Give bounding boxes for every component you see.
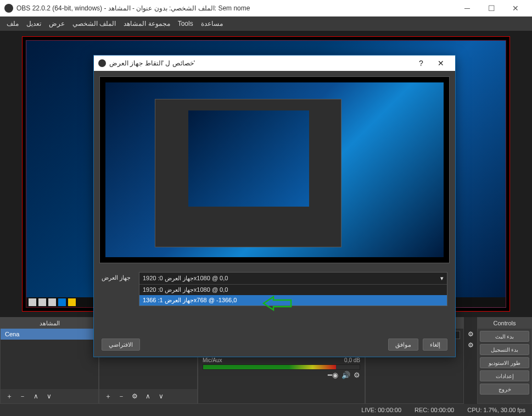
menu-file[interactable]: ملف (7, 20, 19, 27)
gear-icon[interactable]: ⚙ (468, 341, 474, 349)
controls-header: Controls (478, 318, 531, 329)
defaults-button[interactable]: الافتراضي (102, 339, 140, 351)
menu-view[interactable]: عرض (49, 20, 65, 27)
add-source-button[interactable]: ＋ (104, 392, 113, 401)
window-titlebar: OBS 22.0.2 (64-bit, windows) - الملف الش… (0, 0, 532, 16)
explorer-icon (68, 298, 76, 306)
display-option-0[interactable]: جهاز العرض 0: 1920x1080 @ 0,0 (139, 285, 447, 295)
minimize-button[interactable]: ─ (455, 0, 479, 16)
mixer-mic-track: Mic/Aux 0,0 dB ━◉ 🔊 ⚙ (198, 355, 365, 381)
mixer-mic-settings-icon[interactable]: ⚙ (354, 371, 360, 379)
dialog-preview (99, 76, 450, 263)
menu-profile[interactable]: الملف الشخصي (72, 20, 116, 27)
dialog-footer: الافتراضي موافق إلغاء (94, 332, 455, 357)
menu-bar: ملف تعديل عرض الملف الشخصي مجموعة المشاه… (0, 16, 532, 31)
scene-down-button[interactable]: ∨ (44, 392, 53, 400)
close-button[interactable]: ✕ (503, 0, 528, 16)
dialog-close-button[interactable]: ✕ (431, 59, 451, 68)
exit-button[interactable]: خروج (480, 384, 529, 395)
nested-window (155, 99, 341, 247)
settings-button[interactable]: إعدادات (480, 370, 529, 381)
dialog-titlebar: خصائص ل 'التقاط جهاز العرض' ? ✕ (94, 56, 455, 71)
taskview-icon (48, 298, 56, 306)
app-logo-icon (4, 4, 13, 13)
start-record-button[interactable]: بدء التسجيل (480, 344, 529, 355)
status-rec: REC: 00:00:00 (415, 407, 454, 413)
chevron-down-icon: ▾ (440, 275, 444, 282)
cancel-button[interactable]: إلغاء (423, 339, 447, 351)
source-settings-button[interactable]: ⚙ (130, 392, 139, 400)
remove-source-button[interactable]: － (117, 392, 126, 401)
status-live: LIVE: 00:00:00 (361, 407, 401, 413)
display-selected-value: جهاز العرض 0: 1920x1080 @ 0,0 (143, 275, 228, 282)
dialog-help-button[interactable]: ? (411, 59, 431, 68)
dialog-title: خصائص ل 'التقاط جهاز العرض' (109, 59, 195, 67)
maximize-button[interactable]: ☐ (479, 0, 503, 16)
menu-tools[interactable]: Tools (178, 20, 193, 27)
remove-scene-button[interactable]: － (18, 392, 27, 401)
scene-up-button[interactable]: ∧ (31, 392, 40, 400)
start-icon (29, 298, 36, 306)
scenes-list[interactable]: Cena (1, 329, 98, 389)
status-cpu: CPU: 1.7%, 30.00 fps (467, 407, 525, 413)
scenes-header: المشاهد (1, 318, 98, 329)
search-icon (38, 298, 46, 306)
window-title: OBS 22.0.2 (64-bit, windows) - الملف الش… (16, 4, 455, 12)
controls-panel: Controls بدء البث بدء التسجيل طور الاستو… (477, 317, 532, 404)
menu-edit[interactable]: تعديل (26, 20, 41, 27)
controls-sidegears: ⚙ ⚙ (464, 317, 477, 404)
annotation-arrow-icon (264, 296, 296, 313)
mixer-mic-db: 0,0 dB (344, 357, 360, 363)
sources-toolbar: ＋ － ⚙ ∧ ∨ (99, 389, 197, 403)
scenes-toolbar: ＋ － ∧ ∨ (1, 389, 98, 403)
dialog-logo-icon (98, 59, 106, 67)
source-down-button[interactable]: ∨ (156, 392, 165, 400)
mixer-mic-meter (203, 364, 360, 370)
mixer-mic-mute-icon[interactable]: 🔊 (341, 371, 350, 379)
scene-item[interactable]: Cena (1, 329, 98, 340)
mixer-mic-slider-icon[interactable]: ━◉ (328, 371, 338, 379)
menu-scene-collection[interactable]: مجموعة المشاهد (124, 20, 170, 27)
add-scene-button[interactable]: ＋ (5, 392, 14, 401)
svg-marker-0 (264, 297, 291, 310)
start-stream-button[interactable]: بدء البث (480, 331, 529, 342)
nested-desktop (188, 110, 309, 207)
studio-mode-button[interactable]: طور الاستوديو (480, 357, 529, 368)
scenes-panel: المشاهد Cena ＋ － ∧ ∨ (0, 317, 99, 404)
mixer-mic-label: Mic/Aux (203, 357, 222, 363)
source-up-button[interactable]: ∧ (143, 392, 152, 400)
edge-icon (58, 298, 66, 306)
ok-button[interactable]: موافق (388, 339, 418, 351)
status-bar: LIVE: 00:00:00 REC: 00:00:00 CPU: 1.7%, … (0, 404, 532, 416)
recursive-capture (105, 82, 444, 257)
display-field-label: جهاز العرض (102, 272, 135, 281)
menu-help[interactable]: مساعدة (201, 20, 223, 27)
gear-icon[interactable]: ⚙ (468, 330, 474, 338)
